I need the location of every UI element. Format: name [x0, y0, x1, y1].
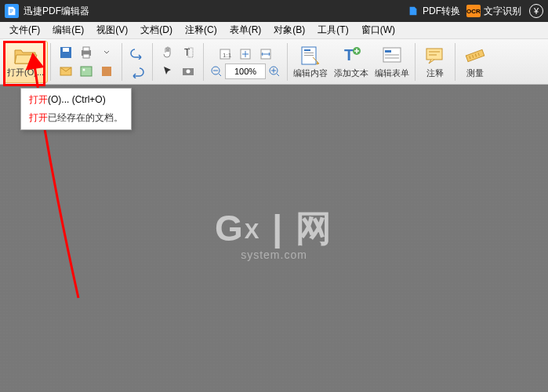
- svg-rect-3: [83, 47, 89, 51]
- first-page-button[interactable]: 1:1: [216, 45, 234, 64]
- zoom-input[interactable]: [225, 64, 266, 79]
- cursor-icon: [161, 64, 175, 78]
- measure-button[interactable]: 测量: [458, 41, 492, 83]
- svg-text:T: T: [184, 47, 191, 58]
- menu-file[interactable]: 文件(F): [3, 22, 46, 38]
- watermark: GX | 网 system.com: [215, 205, 333, 261]
- tooltip-shortcut: (Ctrl+O): [72, 94, 106, 105]
- edit-form-button[interactable]: 编辑表单: [372, 41, 412, 83]
- menu-tool[interactable]: 工具(T): [311, 22, 354, 38]
- open-button[interactable]: 打开(O)...: [3, 41, 48, 83]
- edit-content-button[interactable]: 编辑内容: [290, 41, 331, 83]
- hand-icon: [161, 45, 175, 60]
- menu-edit[interactable]: 编辑(E): [46, 22, 90, 38]
- zoom-out-icon: [210, 65, 223, 78]
- menu-window[interactable]: 窗口(W): [355, 22, 401, 38]
- measure-icon: [463, 45, 487, 67]
- select-group: T: [155, 41, 201, 83]
- svg-rect-6: [81, 67, 92, 76]
- tooltip-description: 打开已经存在的文档。: [29, 111, 123, 125]
- annotate-icon: [423, 45, 447, 67]
- pdf-convert-button[interactable]: PDF转换: [407, 5, 460, 18]
- add-text-button[interactable]: T 添加文本: [331, 41, 372, 83]
- print-button[interactable]: [77, 43, 96, 62]
- app-logo: [5, 4, 19, 18]
- edit-content-icon: [299, 45, 322, 67]
- document-canvas: GX | 网 system.com: [0, 85, 548, 392]
- menu-form[interactable]: 表单(R): [223, 22, 268, 38]
- fit-page-icon: [238, 47, 252, 61]
- svg-rect-1: [63, 48, 69, 52]
- camera-icon: [181, 64, 195, 78]
- ocr-button[interactable]: OCR 文字识别: [466, 5, 521, 18]
- page-group: 1:1: [206, 41, 285, 83]
- save-button[interactable]: [56, 43, 75, 62]
- snapshot-button[interactable]: [179, 62, 198, 81]
- redo-icon: [130, 64, 144, 78]
- svg-text:T: T: [344, 46, 354, 64]
- text-select-icon: T: [181, 45, 195, 60]
- svg-point-7: [83, 68, 85, 71]
- undo-icon: [130, 45, 144, 60]
- titlebar: 迅捷PDF编辑器 PDF转换 OCR 文字识别 ¥: [0, 0, 548, 22]
- svg-text:1:1: 1:1: [223, 52, 232, 59]
- scan-button[interactable]: [97, 62, 116, 81]
- undo-button[interactable]: [128, 43, 147, 62]
- zoom-in-button[interactable]: [267, 64, 281, 78]
- image-icon: [79, 64, 93, 78]
- svg-rect-21: [304, 53, 314, 53]
- ocr-icon: OCR: [466, 5, 481, 17]
- svg-rect-29: [426, 49, 442, 60]
- purchase-icon[interactable]: ¥: [529, 4, 543, 18]
- edit-form-icon: [380, 45, 404, 67]
- print-icon: [79, 45, 93, 60]
- dropdown-button[interactable]: [97, 43, 116, 62]
- svg-rect-20: [304, 49, 310, 51]
- zoom-in-icon: [268, 65, 281, 78]
- open-label: 打开(O)...: [7, 67, 44, 78]
- fit-page-button[interactable]: [236, 45, 255, 64]
- select-button[interactable]: [158, 62, 177, 81]
- redo-button[interactable]: [128, 62, 147, 81]
- svg-rect-28: [385, 57, 399, 59]
- pdf-convert-icon: [407, 5, 419, 17]
- menubar: 文件(F) 编辑(E) 视图(V) 文档(D) 注释(C) 表单(R) 对象(B…: [0, 22, 548, 39]
- email-icon: [59, 64, 73, 78]
- svg-rect-27: [385, 54, 399, 56]
- menu-object[interactable]: 对象(B): [267, 22, 311, 38]
- add-text-icon: T: [339, 45, 363, 67]
- image-button[interactable]: [77, 62, 96, 81]
- hand-button[interactable]: [158, 43, 177, 62]
- chevron-down-icon: [103, 45, 110, 60]
- tooltip-title: 打开(O)...: [29, 94, 69, 105]
- svg-rect-4: [83, 54, 89, 58]
- svg-rect-22: [304, 55, 314, 56]
- scan-icon: [100, 64, 114, 78]
- svg-rect-30: [466, 49, 484, 61]
- file-group: [53, 41, 119, 83]
- menu-document[interactable]: 文档(D): [134, 22, 179, 38]
- fit-width-icon: [259, 47, 273, 61]
- tooltip: 打开(O)... (Ctrl+O) 打开已经存在的文档。: [20, 88, 132, 130]
- menu-view[interactable]: 视图(V): [90, 22, 134, 38]
- app-title: 迅捷PDF编辑器: [24, 5, 89, 18]
- svg-rect-8: [102, 67, 111, 76]
- fit-width-button[interactable]: [256, 45, 275, 64]
- first-page-icon: 1:1: [218, 47, 232, 61]
- menu-comment[interactable]: 注释(C): [179, 22, 223, 38]
- folder-open-icon: [13, 45, 38, 66]
- annotate-button[interactable]: 注释: [418, 41, 452, 83]
- zoom-out-button[interactable]: [209, 64, 223, 78]
- undo-group: [125, 41, 150, 83]
- text-select-button[interactable]: T: [179, 43, 198, 62]
- email-button[interactable]: [56, 62, 75, 81]
- svg-point-12: [187, 69, 191, 73]
- toolbar: 打开(O)... T: [0, 39, 548, 85]
- save-icon: [59, 45, 73, 60]
- svg-rect-26: [385, 50, 391, 53]
